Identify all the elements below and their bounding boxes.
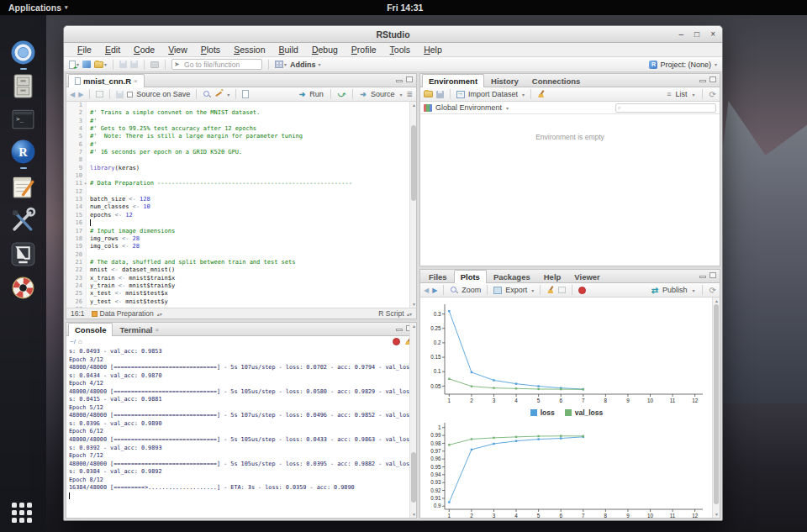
notes-icon[interactable] — [9, 173, 37, 201]
source-icon[interactable]: ➜ — [360, 90, 367, 98]
minimize-pane-icon[interactable] — [699, 80, 706, 82]
code-line[interactable]: epochs <- 12 — [90, 212, 416, 219]
menu-help[interactable]: Help — [417, 45, 449, 55]
publish-icon[interactable]: ⇄ — [651, 286, 658, 295]
clear-environment-icon[interactable] — [537, 90, 546, 98]
menu-view[interactable]: View — [161, 45, 194, 55]
console-scrollbar[interactable]: ▲ ▼ — [409, 323, 416, 518]
code-line[interactable]: #' Gets to 99.25% test accuracy after 12… — [90, 125, 416, 133]
tab-files[interactable]: Files — [422, 270, 454, 282]
import-dataset-icon[interactable] — [456, 91, 465, 98]
file-type-selector[interactable]: R Script ▴▾ — [378, 309, 412, 318]
refresh-plots-icon[interactable]: ⟳ — [709, 286, 716, 295]
popout-icon[interactable] — [96, 91, 103, 97]
applications-menu[interactable]: Applications ▾ — [0, 0, 76, 15]
minimize-pane-icon[interactable] — [396, 80, 403, 82]
tab-connections[interactable]: Connections — [525, 74, 588, 87]
code-line[interactable]: num_classes <- 10 — [90, 203, 416, 211]
interrupt-icon[interactable] — [393, 338, 400, 345]
refresh-icon[interactable]: ⟳ — [709, 90, 716, 99]
menu-file[interactable]: File — [71, 45, 98, 55]
global-environment-label[interactable]: Global Environment — [435, 103, 502, 112]
home-icon[interactable]: ⌂ — [78, 338, 82, 345]
code-line[interactable] — [90, 172, 416, 180]
tab-console[interactable]: Console — [68, 323, 113, 336]
terminal-icon[interactable]: >_ — [9, 106, 37, 134]
save-workspace-icon[interactable] — [436, 91, 444, 98]
new-project-button[interactable] — [82, 59, 91, 71]
addins-menu[interactable]: Addins▾ — [290, 61, 321, 69]
import-dataset-label[interactable]: Import Dataset — [468, 90, 518, 98]
code-line[interactable]: img_cols <- 28 — [90, 243, 416, 250]
code-line[interactable]: #' 16 seconds per epoch on a GRID K520 G… — [90, 149, 416, 156]
export-label[interactable]: Export — [505, 286, 527, 294]
save-all-button[interactable] — [130, 59, 138, 71]
display-icon[interactable] — [9, 240, 37, 268]
clock[interactable]: Fri 14:31 — [387, 3, 423, 13]
menu-plots[interactable]: Plots — [194, 45, 227, 55]
project-selector[interactable]: R Project: (None) ▾ — [649, 61, 717, 69]
title-bar[interactable]: RStudio – □ × — [64, 26, 722, 43]
maximize-pane-icon[interactable] — [709, 76, 716, 82]
lifebuoy-help-icon[interactable] — [9, 274, 37, 302]
run-icon[interactable]: ➜ — [299, 90, 306, 98]
pane-layout-button[interactable]: ▾ — [275, 59, 287, 71]
minimize-button[interactable]: – — [679, 30, 684, 39]
menu-session[interactable]: Session — [227, 45, 272, 55]
show-apps-grid-icon[interactable] — [12, 503, 34, 525]
code-line[interactable] — [90, 188, 416, 196]
plots-scrollbar[interactable]: ▲ ▼ — [712, 298, 720, 518]
minimize-pane-icon[interactable] — [396, 329, 403, 331]
code-line[interactable]: #' — [90, 141, 416, 149]
code-line[interactable]: x_test <- mnist$test$x — [90, 290, 416, 298]
maximize-button[interactable]: □ — [694, 30, 699, 39]
zoom-plot-icon[interactable] — [450, 286, 458, 294]
code-tools-icon[interactable] — [214, 90, 223, 98]
file-cabinet-icon[interactable] — [9, 72, 37, 100]
editor-scrollbar[interactable]: ▲ ▼ — [409, 102, 416, 308]
publish-label[interactable]: Publish — [662, 286, 688, 294]
source-on-save-checkbox[interactable] — [127, 92, 133, 97]
source-label[interactable]: Source — [371, 90, 395, 98]
export-plot-icon[interactable] — [493, 287, 502, 294]
code-editor[interactable]: 1234567891011▾12131415161718192021222324… — [66, 102, 416, 308]
console-output[interactable]: s: 0.0493 - val_acc: 0.9853Epoch 3/12480… — [66, 346, 416, 518]
find-icon[interactable] — [203, 90, 211, 98]
code-line[interactable]: #' — [90, 118, 416, 125]
code-line[interactable]: batch_size <- 128 — [90, 196, 416, 203]
menu-profile[interactable]: Profile — [345, 45, 383, 55]
code-line[interactable] — [90, 251, 416, 259]
section-selector[interactable]: Data Preparation ▴▾ — [92, 309, 162, 318]
code-line[interactable]: x_train <- mnist$train$x — [90, 275, 416, 282]
open-file-button[interactable]: ▾ — [94, 59, 107, 71]
environment-search[interactable]: ⌕ — [615, 103, 716, 113]
menu-build[interactable]: Build — [272, 45, 305, 55]
code-line[interactable]: library(keras) — [90, 165, 416, 172]
tools-icon[interactable] — [9, 207, 37, 234]
maximize-pane-icon[interactable] — [709, 272, 716, 278]
code-line[interactable]: #' Trains a simple convnet on the MNIST … — [90, 109, 416, 117]
print-button[interactable] — [150, 59, 159, 71]
load-workspace-icon[interactable] — [424, 91, 433, 97]
save-button[interactable] — [119, 59, 127, 71]
code-line[interactable] — [90, 156, 416, 164]
clear-plots-icon[interactable] — [558, 287, 566, 293]
code-line[interactable]: y_test <- mnist$test$y — [90, 298, 416, 306]
goto-file-input[interactable] — [171, 59, 262, 70]
run-label[interactable]: Run — [309, 90, 324, 98]
rstudio-icon[interactable]: R — [9, 138, 37, 166]
close-icon[interactable]: × — [134, 77, 138, 85]
tab-history[interactable]: History — [484, 74, 525, 87]
tab-help[interactable]: Help — [537, 270, 568, 282]
tab-terminal[interactable]: Terminal× — [113, 323, 166, 335]
maximize-pane-icon[interactable] — [406, 76, 413, 82]
tab-plots[interactable]: Plots — [454, 270, 487, 283]
new-file-button[interactable]: ▾ — [69, 59, 79, 71]
next-plot-icon[interactable]: ▶ — [432, 287, 437, 294]
tab-environment[interactable]: Environment — [422, 74, 484, 87]
menu-debug[interactable]: Debug — [305, 45, 345, 55]
code-line[interactable]: # Input image dimensions — [90, 228, 416, 235]
tab-packages[interactable]: Packages — [487, 270, 537, 282]
list-view-label[interactable]: List — [676, 90, 688, 98]
code-line[interactable]: # The data, shuffled and split between t… — [90, 259, 416, 266]
